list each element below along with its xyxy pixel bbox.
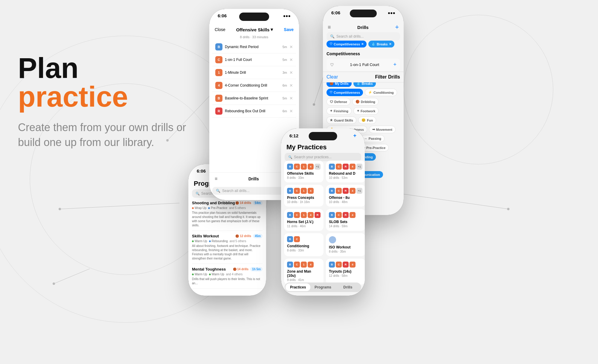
filter-icon[interactable]: ≡ bbox=[328, 24, 331, 30]
drill-icon: 1 bbox=[301, 262, 307, 268]
drill-icon: 4 bbox=[350, 164, 356, 170]
drill-icon: 1 bbox=[301, 188, 307, 194]
drill-item[interactable]: 1 1-Minute Drill 3m ✕ bbox=[212, 66, 296, 79]
card-meta: 10 drills · 1h 16m bbox=[287, 200, 321, 204]
filter-tag-finishing[interactable]: ✦ Finishing bbox=[327, 107, 352, 115]
search-placeholder: Search all drills... bbox=[336, 34, 364, 39]
heart-icon: ♡ bbox=[329, 90, 332, 94]
tab-programs[interactable]: Programs bbox=[310, 283, 335, 291]
filter-tag-defense[interactable]: 🛡 Defense bbox=[327, 98, 350, 105]
program-header: Mental Toughness 🏀 14 drills 1h 5m bbox=[192, 267, 263, 271]
conditioning-icon: ⚡ bbox=[368, 90, 372, 94]
practice-card[interactable]: B C R 4 Tryouts (14u) 12 drills · 58m bbox=[326, 259, 365, 285]
drill-icon: 4 bbox=[350, 188, 356, 194]
filter-tag-competitiveness[interactable]: ♡ Competitiveness ✕ bbox=[327, 41, 367, 47]
drill-item[interactable]: B Baseline-to-Baseline Sprint 5m ✕ bbox=[212, 92, 296, 105]
add-drill-button[interactable]: + bbox=[393, 62, 396, 68]
program-name: Skills Workout bbox=[192, 234, 219, 238]
remove-drill-button[interactable]: ✕ bbox=[289, 44, 293, 49]
program-badges: 🏀 14 drills 54m bbox=[235, 201, 263, 205]
filter-tag-guard-skills[interactable]: ★ Guard Skills bbox=[327, 116, 356, 124]
remove-drill-button[interactable]: ✕ bbox=[289, 109, 293, 113]
hero-section: Plan practice Create them from your own … bbox=[18, 54, 197, 150]
remove-drill-button[interactable]: ✕ bbox=[289, 96, 293, 101]
competitiveness-section: Competitiveness ♡ 1-on-1 Full Court + bbox=[323, 51, 404, 73]
filter-tag-footwork[interactable]: ✦ Footwork bbox=[353, 107, 379, 115]
drill-time: 6m bbox=[283, 84, 287, 87]
program-header: Skills Workout 🏀 12 drills 45m bbox=[192, 234, 263, 238]
filter-icon[interactable]: ≡ bbox=[215, 176, 217, 182]
practice-card[interactable]: ISO Workout 8 drills · 35m bbox=[326, 233, 365, 256]
wifi-icon: ●●● bbox=[283, 13, 291, 18]
card-meta: 10 drills · 48m bbox=[329, 200, 362, 204]
drills-count: 🏀 14 drills bbox=[233, 268, 249, 271]
drill-icon: B bbox=[287, 164, 293, 170]
drill-time: 5m bbox=[283, 45, 287, 49]
card-icons: B C R 4 bbox=[329, 212, 362, 218]
more-icon: +1 bbox=[315, 164, 321, 170]
status-icons: ●●● bbox=[283, 13, 291, 18]
card-title: Offense - 8u bbox=[329, 196, 362, 200]
close-icon[interactable]: ✕ bbox=[389, 42, 391, 46]
bottom-tabs: Practices Programs Drills bbox=[285, 282, 361, 292]
tag-wrap-up: Wrap Up bbox=[192, 206, 206, 210]
filter-header: Clear Filter Drills bbox=[323, 72, 404, 82]
practices-search[interactable]: 🔍 Search your practices... bbox=[285, 153, 361, 161]
remove-drill-button[interactable]: ✕ bbox=[289, 83, 293, 88]
drill-icon: C bbox=[215, 56, 222, 63]
add-button[interactable]: + bbox=[353, 133, 356, 139]
drills-search[interactable]: 🔍 Search all drills... bbox=[327, 32, 400, 41]
program-item[interactable]: Mental Toughness 🏀 14 drills 1h 5m Warm … bbox=[192, 264, 263, 289]
duration-badge: 54m bbox=[253, 201, 263, 205]
svg-line-6 bbox=[60, 203, 179, 209]
tab-practices[interactable]: Practices bbox=[286, 283, 310, 291]
practice-card[interactable]: B C 1 4 R Horns Set (J.V.) 11 drills · 4… bbox=[284, 209, 324, 231]
drill-name: 1-on-1 Full Court bbox=[350, 62, 379, 67]
search-placeholder: Search all drills... bbox=[222, 189, 249, 193]
drill-icon: B bbox=[329, 188, 335, 194]
filter-tag-fun[interactable]: 😊 Fun bbox=[358, 116, 376, 124]
filter-tag-breaks[interactable]: 💧 Breaks ✕ bbox=[368, 41, 394, 47]
drill-icon: R bbox=[215, 107, 222, 115]
drill-icon: C bbox=[294, 236, 300, 242]
close-icon[interactable]: ✕ bbox=[361, 42, 364, 46]
tab-drills[interactable]: Drills bbox=[335, 283, 360, 291]
save-button[interactable]: Save bbox=[284, 27, 294, 32]
remove-drill-button[interactable]: ✕ bbox=[289, 70, 293, 75]
tag-others: and 5 others bbox=[230, 239, 246, 243]
close-button[interactable]: Close bbox=[215, 27, 225, 32]
clear-button[interactable]: Clear bbox=[327, 74, 338, 80]
svg-line-10 bbox=[404, 194, 508, 209]
add-button[interactable]: + bbox=[395, 23, 399, 31]
practice-card[interactable]: B C 1 4 Press Concepts 10 drills · 1h 16… bbox=[284, 185, 324, 207]
practice-card[interactable]: B C R 4 +1 Offense - 8u 10 drills · 48m bbox=[326, 185, 365, 207]
card-title: SLOB Sets bbox=[329, 220, 362, 224]
phone-notch bbox=[239, 13, 269, 21]
filter-tag-dribbling[interactable]: 🏀 Dribbling bbox=[352, 98, 379, 105]
practice-card[interactable]: B C 1 4 Zone and Man (10u) 9 drills · 41… bbox=[284, 259, 324, 285]
drill-item[interactable]: R Rebounding Box Out Drill 6m ✕ bbox=[212, 105, 296, 118]
practice-card[interactable]: B C R 4 +1 Rebound and D 10 drills · 53m bbox=[326, 161, 365, 182]
remove-drill-button[interactable]: ✕ bbox=[289, 57, 293, 62]
drill-item[interactable]: C 1-on-1 Full Court 5m ✕ bbox=[212, 53, 296, 66]
card-icons: B C R 4 +1 bbox=[329, 164, 362, 170]
chevron-down-icon: ▾ bbox=[271, 27, 273, 32]
drill-item[interactable]: 4 4-Corner Conditioning Drill 6m ✕ bbox=[212, 79, 296, 92]
filter-tag-movement[interactable]: ➡ Movement bbox=[369, 126, 396, 133]
filter-tag-competitiveness[interactable]: ♡ Competitiveness bbox=[327, 89, 363, 96]
avatar bbox=[329, 236, 336, 243]
program-item[interactable]: Skills Workout 🏀 12 drills 45m Warm Up R… bbox=[192, 231, 263, 264]
practice-card[interactable]: B C Conditioning 8 drills · 33m bbox=[284, 233, 324, 256]
drill-item[interactable]: ♡ 1-on-1 Full Court + bbox=[327, 59, 400, 71]
search-icon: 🔍 bbox=[330, 34, 335, 39]
program-item[interactable]: Shooting and Dribbling 🏀 14 drills 54m W… bbox=[192, 198, 263, 231]
card-title: Horns Set (J.V.) bbox=[287, 220, 321, 224]
card-title: ISO Workout bbox=[329, 245, 362, 249]
practice-card[interactable]: B C R 4 SLOB Sets 14 drills · 59m bbox=[326, 209, 365, 231]
filter-tag-conditioning[interactable]: ⚡ Conditioning bbox=[365, 89, 397, 96]
drill-name: 1-Minute Drill bbox=[225, 70, 280, 75]
practice-card[interactable]: B C 1 4 +1 Offensive Skills 8 drills · 3… bbox=[284, 161, 324, 182]
card-title: Tryouts (14u) bbox=[329, 269, 362, 274]
drill-item[interactable]: B Dynamic Rest Period 5m ✕ bbox=[212, 41, 296, 53]
drill-icon: C bbox=[294, 164, 300, 170]
